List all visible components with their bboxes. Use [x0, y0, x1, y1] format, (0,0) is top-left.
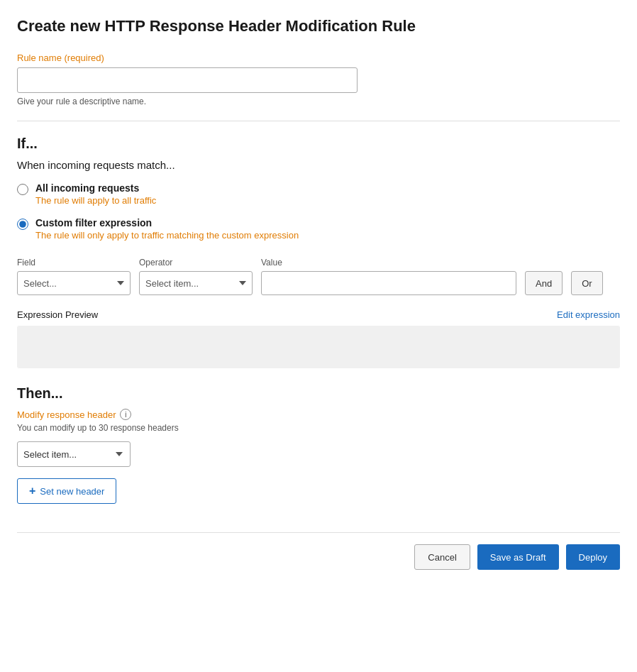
set-new-header-button[interactable]: + Set new header — [17, 478, 116, 504]
footer-actions: Cancel Save as Draft Deploy — [17, 532, 620, 570]
set-new-header-label: Set new header — [40, 486, 104, 497]
value-label: Value — [261, 258, 516, 268]
operator-col: Operator Select item... — [139, 258, 253, 295]
rule-name-hint: Give your rule a descriptive name. — [17, 97, 620, 106]
expression-preview-section: Expression Preview Edit expression — [17, 309, 620, 368]
if-heading: If... — [17, 136, 620, 152]
field-label: Field — [17, 258, 131, 268]
edit-expression-link[interactable]: Edit expression — [557, 309, 620, 320]
filter-row: Field Select... Operator Select item... … — [17, 258, 620, 295]
rule-name-label: Rule name (required) — [17, 53, 620, 63]
if-sub-heading: When incoming requests match... — [17, 159, 620, 171]
modify-header-label-row: Modify response header i — [17, 409, 620, 420]
cancel-button[interactable]: Cancel — [414, 544, 470, 570]
modify-hint: You can modify up to 30 response headers — [17, 423, 620, 433]
radio-custom[interactable] — [17, 219, 28, 230]
plus-icon: + — [29, 485, 35, 497]
page-title: Create new HTTP Response Header Modifica… — [17, 17, 620, 35]
expression-header: Expression Preview Edit expression — [17, 309, 620, 320]
radio-option-all: All incoming requests The rule will appl… — [17, 182, 620, 206]
value-input[interactable] — [261, 271, 516, 295]
then-section: Then... Modify response header i You can… — [17, 385, 620, 504]
then-heading: Then... — [17, 385, 620, 402]
rule-name-input[interactable] — [17, 67, 358, 93]
and-button[interactable]: And — [525, 271, 563, 295]
or-button[interactable]: Or — [571, 271, 602, 295]
field-col: Field Select... — [17, 258, 131, 295]
operator-label: Operator — [139, 258, 253, 268]
expression-label: Expression Preview — [17, 309, 98, 320]
radio-custom-content: Custom filter expression The rule will o… — [35, 217, 299, 241]
radio-all-desc: The rule will apply to all traffic — [35, 195, 156, 206]
radio-custom-desc: The rule will only apply to traffic matc… — [35, 230, 299, 241]
radio-all-label: All incoming requests — [35, 182, 156, 194]
radio-group: All incoming requests The rule will appl… — [17, 182, 620, 241]
radio-custom-label: Custom filter expression — [35, 217, 299, 228]
expression-preview-box — [17, 326, 620, 368]
radio-option-custom: Custom filter expression The rule will o… — [17, 217, 620, 241]
field-select[interactable]: Select... — [17, 271, 131, 295]
operator-select[interactable]: Select item... — [139, 271, 253, 295]
save-draft-button[interactable]: Save as Draft — [477, 544, 559, 570]
select-item-dropdown[interactable]: Select item... — [17, 441, 131, 467]
info-icon[interactable]: i — [120, 409, 131, 420]
radio-all-content: All incoming requests The rule will appl… — [35, 182, 156, 206]
modify-header-text: Modify response header — [17, 409, 116, 420]
deploy-button[interactable]: Deploy — [566, 544, 620, 570]
if-section: If... When incoming requests match... Al… — [17, 136, 620, 368]
radio-all[interactable] — [17, 184, 28, 195]
section-divider — [17, 121, 620, 121]
value-col: Value — [261, 258, 516, 295]
